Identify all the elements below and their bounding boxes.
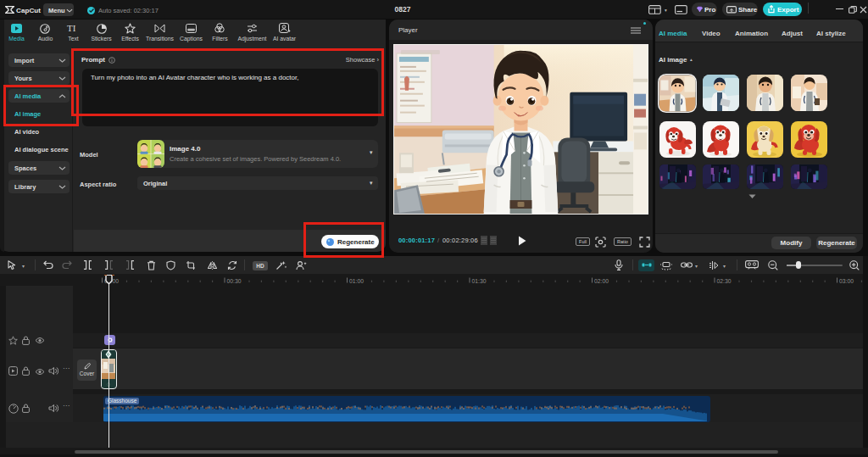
svg-text:03:00: 03:00	[839, 278, 854, 284]
svg-text:02:00: 02:00	[594, 278, 609, 284]
svg-text:00:30: 00:30	[227, 278, 242, 284]
svg-text:01:00: 01:00	[349, 278, 364, 284]
svg-text:02:30: 02:30	[717, 278, 732, 284]
svg-text:01:30: 01:30	[472, 278, 487, 284]
